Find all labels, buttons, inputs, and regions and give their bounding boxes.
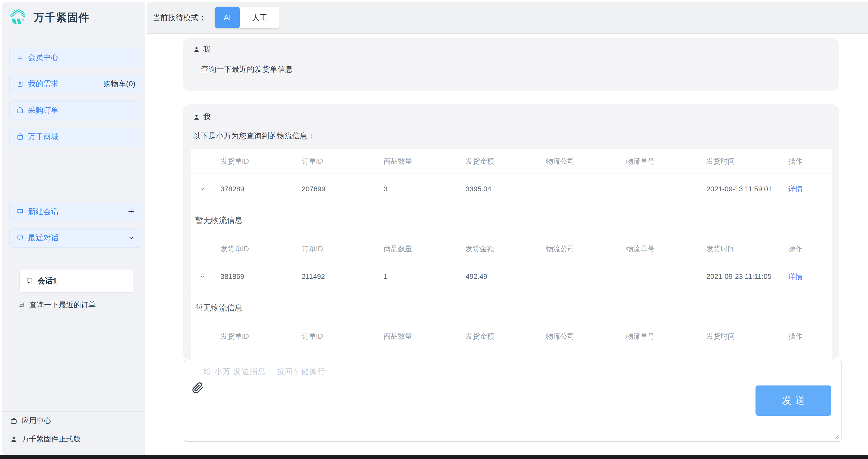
message-intro: 以下是小万为您查询到的物流信息： xyxy=(193,131,832,141)
shipment-cell: 381869 xyxy=(214,261,295,292)
document-icon xyxy=(16,80,24,88)
bag-icon xyxy=(16,133,24,140)
mode-button-ai[interactable]: AI xyxy=(215,7,240,28)
column-header: 发货单ID xyxy=(214,149,295,173)
send-button[interactable]: 发送 xyxy=(755,386,831,416)
column-header: 发货时间 xyxy=(700,236,782,261)
action-cell: 详情 xyxy=(782,174,832,204)
shipment-cell xyxy=(539,174,620,204)
message-header: 我 xyxy=(193,112,832,122)
shipment-cell: 3 xyxy=(377,174,459,204)
person-icon xyxy=(16,54,24,61)
session-list: 会话1 xyxy=(19,269,133,293)
shipment-cell: 399.97 xyxy=(459,349,539,360)
sidebar-item-my-demands[interactable]: 我的需求购物车(0) xyxy=(9,74,142,93)
shipment-cell xyxy=(620,349,700,360)
column-header: 发货金额 xyxy=(459,324,539,349)
column-header: 发货金额 xyxy=(459,149,539,173)
chat-lines-icon xyxy=(18,301,25,309)
column-header: 发货单ID xyxy=(214,236,295,261)
column-header: 物流公司 xyxy=(539,149,620,173)
shipment-cell: 378289 xyxy=(214,174,295,204)
chevron-icon[interactable] xyxy=(127,234,135,242)
menu-label: 会员中心 xyxy=(28,52,59,63)
menu-label: 万千商城 xyxy=(28,132,59,142)
sidebar-item-purchase-orders[interactable]: 采购订单 xyxy=(9,100,142,120)
shipment-cell: 2021-09-23 11:11:05 xyxy=(700,261,782,292)
brand-logo-icon xyxy=(9,8,27,27)
message-input[interactable] xyxy=(184,360,841,441)
table-header-row: 发货单ID订单ID商品数量发货金额物流公司物流单号发货时间操作 xyxy=(191,324,832,349)
shipment-cell: 217599 xyxy=(295,349,377,360)
nav-label: 最近对话 xyxy=(28,233,59,243)
column-header: 商品数量 xyxy=(377,149,459,173)
attachment-paperclip-icon[interactable] xyxy=(192,382,204,394)
message-sender: 我 xyxy=(203,44,211,55)
sidebar-session-1[interactable]: 会话1 xyxy=(19,269,133,293)
history-list: 查询一下最近的订单 xyxy=(18,298,140,312)
table-row: 37828920769933395.042021-09-13 11:59:01详… xyxy=(191,173,832,204)
sidebar-item-app-center[interactable]: 应用中心 xyxy=(2,412,145,430)
expand-chevron-icon[interactable] xyxy=(191,349,214,360)
shipment-table: 发货单ID订单ID商品数量发货金额物流公司物流单号发货时间操作378289207… xyxy=(191,149,832,360)
column-header: 物流公司 xyxy=(539,324,620,349)
sidebar-item-new-session[interactable]: 新建会话 xyxy=(9,202,142,221)
resize-handle-icon[interactable] xyxy=(834,434,839,440)
briefcase-icon xyxy=(10,417,18,425)
message-card-user: 我 查询一下最近的发货单信息 xyxy=(183,38,839,91)
sidebar-chat-nav: 新建会话最近对话 xyxy=(9,202,142,255)
plus-icon[interactable] xyxy=(127,207,135,216)
logistics-empty-row: 暂无物流信息 xyxy=(191,292,832,324)
shipment-cell: 1 xyxy=(377,261,459,292)
history-label: 查询一下最近的订单 xyxy=(29,300,96,310)
shipment-cell: 2021-09-13 11:59:01 xyxy=(700,174,782,204)
shipment-cell xyxy=(539,349,620,360)
column-header: 物流单号 xyxy=(620,236,700,261)
user-avatar-icon xyxy=(193,113,200,121)
menu-label: 我的需求 xyxy=(28,78,59,89)
table-header-row: 发货单ID订单ID商品数量发货金额物流公司物流单号发货时间操作 xyxy=(191,236,832,261)
column-header: 物流单号 xyxy=(620,149,700,173)
sidebar-history-1[interactable]: 查询一下最近的订单 xyxy=(18,298,140,312)
shipment-block: 发货单ID订单ID商品数量发货金额物流公司物流单号发货时间操作385141217… xyxy=(191,324,832,360)
mode-label: 当前接待模式： xyxy=(153,12,206,23)
shipment-cell: 385141 xyxy=(214,349,295,360)
shipment-block: 发货单ID订单ID商品数量发货金额物流公司物流单号发货时间操作378289207… xyxy=(191,149,832,236)
brand: 万千紧固件 xyxy=(9,8,90,27)
sidebar-item-account[interactable]: 万千紧固件正式版 xyxy=(2,430,145,448)
header-spacer xyxy=(191,324,214,349)
sidebar: 万千紧固件 会员中心我的需求购物车(0)采购订单万千商城 新建会话最近对话 会话… xyxy=(2,2,145,455)
message-text: 查询一下最近的发货单信息 xyxy=(201,64,829,74)
column-header: 物流公司 xyxy=(539,236,620,261)
shipment-cell: 2021-10-13 21:48:00 xyxy=(700,349,782,360)
sidebar-item-wanqian-mall[interactable]: 万千商城 xyxy=(9,127,142,146)
table-row: 3851412175994399.972021-10-13 21:48:00详情 xyxy=(191,349,832,360)
detail-link[interactable]: 详情 xyxy=(788,184,803,194)
sidebar-item-member-center[interactable]: 会员中心 xyxy=(9,47,142,67)
chat-dots-icon xyxy=(16,208,24,215)
action-cell: 详情 xyxy=(782,261,832,292)
person-filled-icon xyxy=(10,435,18,443)
column-header: 物流单号 xyxy=(620,324,700,349)
message-header: 我 xyxy=(193,44,829,55)
mode-toggle: AI人工 xyxy=(215,7,279,28)
action-cell: 详情 xyxy=(782,349,832,360)
expand-chevron-icon[interactable] xyxy=(191,261,214,292)
cart-count: 购物车(0) xyxy=(103,78,135,89)
chat-lines-icon xyxy=(26,277,33,285)
shipment-cell xyxy=(620,174,700,204)
sidebar-footer: 应用中心万千紧固件正式版 xyxy=(2,412,145,448)
menu-label: 采购订单 xyxy=(28,105,59,116)
shipment-cell: 3395.04 xyxy=(459,174,539,204)
expand-chevron-icon[interactable] xyxy=(191,174,214,204)
shipment-cell: 4 xyxy=(377,349,459,360)
mode-button-human[interactable]: 人工 xyxy=(240,7,279,28)
header-spacer xyxy=(191,149,214,173)
column-header: 商品数量 xyxy=(377,236,459,261)
detail-link[interactable]: 详情 xyxy=(788,272,803,282)
message-card-reply: 我 以下是小万为您查询到的物流信息： 发货单ID订单ID商品数量发货金额物流公司… xyxy=(183,104,839,360)
sidebar-item-recent-chats[interactable]: 最近对话 xyxy=(9,228,142,248)
brand-title: 万千紧固件 xyxy=(34,10,90,25)
column-header: 订单ID xyxy=(295,149,377,173)
table-header-row: 发货单ID订单ID商品数量发货金额物流公司物流单号发货时间操作 xyxy=(191,149,832,173)
